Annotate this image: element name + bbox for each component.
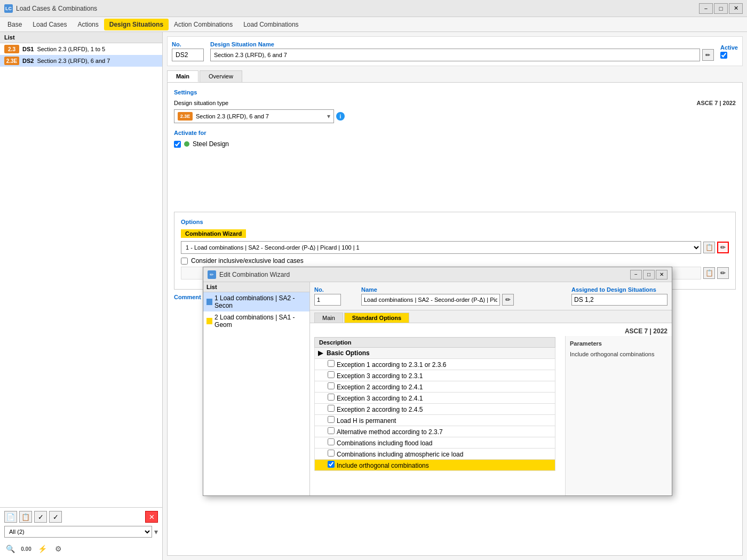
- check2-button[interactable]: ✓: [49, 511, 62, 523]
- active-checkbox[interactable]: [720, 52, 727, 59]
- dlg-name-input[interactable]: [361, 294, 500, 306]
- inclusive-checkbox[interactable]: [181, 258, 188, 265]
- dialog-maximize[interactable]: □: [643, 270, 655, 279]
- info-icon[interactable]: i: [336, 112, 345, 121]
- menu-design-situations[interactable]: Design Situations: [104, 19, 169, 30]
- dialog-close[interactable]: ✕: [656, 270, 667, 279]
- dlg-no-input[interactable]: [314, 294, 341, 306]
- close-button[interactable]: ✕: [729, 3, 743, 14]
- opt-checkbox-2[interactable]: [328, 382, 335, 389]
- group-row-basic: ▶ Basic Options: [315, 348, 555, 359]
- menu-base[interactable]: Base: [2, 19, 27, 30]
- dialog-title: Edit Combination Wizard: [219, 271, 627, 278]
- dropdown-arrow-icon: ▾: [327, 113, 330, 120]
- opt-checkbox-9[interactable]: [328, 461, 335, 468]
- opt-checkbox-3[interactable]: [328, 394, 335, 401]
- activate-item-steel: Steel Design: [174, 140, 736, 148]
- opt-checkbox-8[interactable]: [328, 450, 335, 457]
- dialog-minimize[interactable]: −: [630, 270, 642, 279]
- list-header: List: [0, 32, 162, 43]
- opt-checkbox-1[interactable]: [328, 371, 335, 378]
- dlg-no-label: No.: [314, 286, 357, 293]
- group-expand-icon[interactable]: ▶: [318, 349, 323, 357]
- edit-combo-button[interactable]: ✏: [717, 242, 729, 253]
- delete-button[interactable]: ✕: [145, 511, 158, 523]
- activate-title: Activate for: [174, 130, 736, 136]
- activate-section: Activate for Steel Design: [174, 130, 736, 148]
- option-row-8: Combinations including atmospheric ice l…: [315, 449, 555, 460]
- dialog-list-item-1[interactable]: 1 Load combinations | SA2 - Secon: [203, 292, 309, 311]
- opt-checkbox-5[interactable]: [328, 416, 335, 423]
- dlg-edit-name-btn[interactable]: ✏: [502, 294, 514, 306]
- maximize-button[interactable]: □: [714, 3, 728, 14]
- combo-select[interactable]: 1 - Load combinations | SA2 - Second-ord…: [181, 241, 701, 254]
- asce-row: ASCE 7 | 2022: [314, 327, 667, 335]
- option-row-2: Exception 2 according to 2.4.1: [315, 381, 555, 393]
- dialog-tab-standard-options[interactable]: Standard Options: [344, 313, 409, 323]
- params-value: Include orthogonal combinations: [570, 351, 667, 357]
- menu-load-cases[interactable]: Load Cases: [27, 19, 72, 30]
- title-bar: LC Load Cases & Combinations − □ ✕: [0, 0, 747, 17]
- type-dropdown: 2.3E Section 2.3 (LRFD), 6 and 7 ▾ i: [174, 109, 736, 123]
- tab-main[interactable]: Main: [167, 70, 198, 82]
- dlg-assigned-value: DS 1,2: [574, 296, 594, 303]
- dlg-name-label: Name: [361, 286, 567, 293]
- dialog-list-item-2[interactable]: 2 Load combinations | SA1 - Geom: [203, 311, 309, 331]
- type-selector[interactable]: 2.3E Section 2.3 (LRFD), 6 and 7 ▾: [174, 109, 334, 123]
- gear-icon[interactable]: ⚙: [52, 543, 64, 555]
- no-field: DS2: [172, 49, 204, 61]
- list-item-ds2[interactable]: 2.3E DS2 Section 2.3 (LRFD), 6 and 7: [0, 55, 162, 67]
- name-input[interactable]: [210, 49, 700, 61]
- dlg-assigned-label: Assigned to Design Situations: [571, 286, 667, 293]
- steel-design-checkbox[interactable]: [174, 141, 181, 148]
- design-situation-type-label: Design situation type: [174, 100, 228, 106]
- active-checkbox-container: [720, 52, 738, 59]
- dialog-icon: ✏: [208, 270, 216, 279]
- option-row-1: Exception 3 according to 2.3.1: [315, 370, 555, 381]
- option-row-7: Combinations including flood load: [315, 437, 555, 449]
- minimize-button[interactable]: −: [699, 3, 713, 14]
- steel-design-label: Steel Design: [193, 140, 229, 148]
- left-panel-bottom: 📄 📋 ✓ ✓ ✕ All (2) ▾ 🔍 0.00 ⚡ ⚙: [0, 507, 162, 560]
- dialog-list-label-2: 2 Load combinations | SA1 - Geom: [214, 314, 306, 329]
- select-all-dropdown[interactable]: All (2): [4, 526, 152, 538]
- edit-combo2-button[interactable]: ✏: [717, 267, 729, 279]
- opt-checkbox-7[interactable]: [328, 438, 335, 445]
- dialog-controls: − □ ✕: [630, 270, 667, 279]
- dialog-list-header: List: [203, 282, 309, 292]
- tab-overview[interactable]: Overview: [200, 70, 242, 82]
- copy-button[interactable]: 📋: [19, 511, 32, 523]
- options-tbody: ▶ Basic Options Exception 1 according to…: [315, 348, 555, 471]
- new-button[interactable]: 📄: [4, 511, 17, 523]
- edit-name-button[interactable]: ✏: [702, 49, 714, 61]
- menu-bar: Base Load Cases Actions Design Situation…: [0, 17, 747, 32]
- option-row-3: Exception 3 according to 2.4.1: [315, 393, 555, 404]
- opt-checkbox-6[interactable]: [328, 427, 335, 434]
- option-row-4: Exception 2 according to 2.4.5: [315, 404, 555, 415]
- ds2-name: Section 2.3 (LRFD), 6 and 7: [37, 58, 110, 64]
- group-label-basic: ▶ Basic Options: [315, 348, 555, 359]
- dialog-tab-main[interactable]: Main: [314, 313, 343, 323]
- ds1-name: Section 2.3 (LRFD), 1 to 5: [37, 46, 105, 52]
- inclusive-label: Consider inclusive/exclusive load cases: [191, 257, 304, 265]
- dialog-body: List 1 Load combinations | SA2 - Secon 2…: [203, 282, 672, 495]
- option-row-0: Exception 1 according to 2.3.1 or 2.3.6: [315, 359, 555, 370]
- menu-actions[interactable]: Actions: [72, 19, 104, 30]
- options-title: Options: [181, 219, 729, 225]
- name-field-wrapper: ✏: [210, 49, 714, 61]
- search-icon[interactable]: 🔍: [4, 543, 16, 555]
- edit-combination-wizard-dialog: ✏ Edit Combination Wizard − □ ✕ List 1 L…: [203, 267, 672, 496]
- flash-icon[interactable]: ⚡: [36, 543, 48, 555]
- copy-combo2-button[interactable]: 📋: [703, 267, 715, 279]
- check1-button[interactable]: ✓: [34, 511, 47, 523]
- copy-combo-button[interactable]: 📋: [703, 242, 715, 253]
- menu-load-combinations[interactable]: Load Combinations: [238, 19, 304, 30]
- select-all-row: All (2) ▾: [4, 526, 158, 538]
- menu-action-combinations[interactable]: Action Combinations: [169, 19, 238, 30]
- opt-checkbox-0[interactable]: [328, 360, 335, 367]
- opt-checkbox-4[interactable]: [328, 405, 335, 412]
- badge-ds1: 2.3: [4, 45, 19, 53]
- value-icon[interactable]: 0.00: [20, 543, 32, 555]
- list-item-ds1[interactable]: 2.3 DS1 Section 2.3 (LRFD), 1 to 5: [0, 43, 162, 55]
- steel-design-dot: [184, 141, 189, 147]
